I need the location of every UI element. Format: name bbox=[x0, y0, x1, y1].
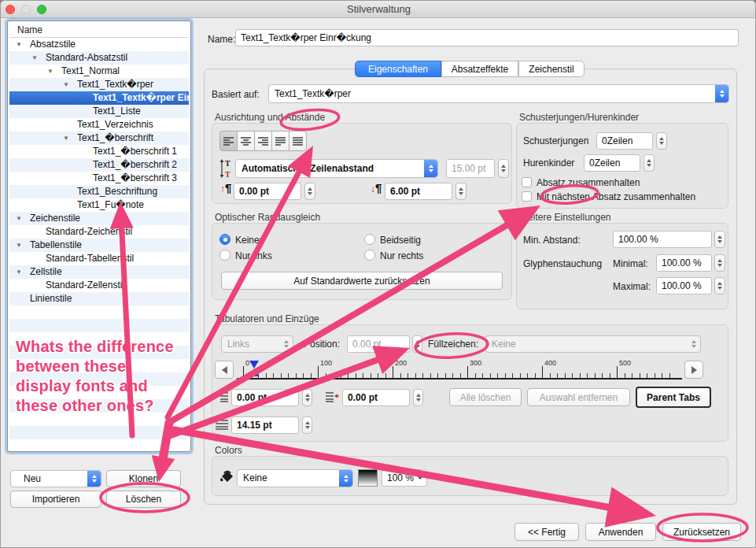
import-button[interactable]: Importieren bbox=[10, 491, 101, 508]
orphans-stepper[interactable] bbox=[656, 132, 667, 150]
list-item[interactable]: Text1_�berschrift 2 bbox=[9, 158, 189, 172]
list-item[interactable]: ▼Text1_Normal bbox=[9, 65, 189, 78]
right-indent-stepper[interactable] bbox=[413, 389, 423, 406]
keep-together-label: Absatz zusammenhalten bbox=[537, 177, 640, 188]
line-spacing-pt-stepper[interactable] bbox=[498, 159, 509, 178]
radio-nur-rechts[interactable] bbox=[364, 250, 375, 261]
list-item[interactable]: ▼Text1_�berschrift bbox=[9, 131, 189, 145]
based-on-popup[interactable]: Text1_Textk�rper bbox=[268, 84, 729, 103]
disclosure-triangle-icon[interactable]: ▼ bbox=[63, 131, 69, 145]
disclosure-triangle-icon[interactable]: ▼ bbox=[31, 51, 38, 65]
list-item[interactable]: Text1_�berschrift 3 bbox=[9, 172, 189, 185]
widows-stepper[interactable] bbox=[644, 154, 655, 172]
ruler-scroll-right-button[interactable] bbox=[684, 361, 703, 379]
keep-together-checkbox[interactable] bbox=[522, 177, 532, 187]
orphans-field[interactable]: 0Zeilen bbox=[596, 132, 653, 150]
tab-eigenschaften[interactable]: Eigenschaften bbox=[355, 61, 441, 77]
list-item[interactable]: ▼Text1_Textk�rper bbox=[9, 78, 189, 91]
disclosure-triangle-icon[interactable]: ▼ bbox=[16, 265, 22, 279]
align-right-icon bbox=[257, 136, 269, 146]
list-item[interactable]: Text1_�berschrift 1 bbox=[9, 145, 189, 158]
list-item[interactable]: Text1_Textk�rper Einr�ckung bbox=[9, 91, 189, 105]
keep-with-next-checkbox[interactable] bbox=[522, 191, 532, 202]
list-item[interactable]: Linienstile bbox=[9, 292, 189, 305]
parent-tabs-button[interactable]: Parent Tabs bbox=[636, 387, 711, 408]
align-center-button[interactable] bbox=[237, 131, 255, 151]
list-item[interactable]: ▼Standard-Absatzstil bbox=[9, 51, 189, 65]
left-indent-stepper[interactable] bbox=[302, 389, 312, 406]
disclosure-triangle-icon[interactable]: ▼ bbox=[16, 239, 22, 252]
style-list-header[interactable]: Name bbox=[9, 23, 189, 38]
disclosure-triangle-icon[interactable]: ▼ bbox=[16, 38, 22, 51]
radio-keiner[interactable] bbox=[219, 234, 230, 245]
reset-defaults-button[interactable]: Auf Standardwerte zurücksetzen bbox=[221, 272, 503, 290]
space-before-stepper[interactable] bbox=[304, 183, 315, 200]
list-item-label: Text1_Beschriftung bbox=[77, 185, 157, 198]
space-before-field[interactable]: 0.00 pt bbox=[234, 183, 301, 200]
remove-selection-button[interactable]: Auswahl entfernen bbox=[527, 388, 630, 406]
popup-chevrons-icon bbox=[424, 160, 437, 177]
alignment-segmented-control bbox=[219, 131, 307, 151]
list-item[interactable]: ▼Zellstile bbox=[9, 265, 189, 279]
space-after-field[interactable]: 6.00 pt bbox=[385, 183, 452, 200]
list-item[interactable]: Text1_Fu�note bbox=[9, 198, 189, 212]
space-after-stepper[interactable] bbox=[455, 183, 467, 200]
maximal-stepper[interactable] bbox=[714, 277, 725, 294]
tab-zeichenstil[interactable]: Zeichenstil bbox=[518, 61, 585, 77]
color-popup[interactable]: Keine bbox=[237, 469, 353, 487]
tab-absatzeffekte[interactable]: Absatzeffekte bbox=[441, 61, 518, 77]
list-item[interactable]: ▼Zeichenstile bbox=[9, 212, 189, 225]
list-item[interactable]: Standard-Zeichenstil bbox=[9, 225, 189, 239]
line-spacing-popup[interactable]: Automatischer Zeilenabstand bbox=[235, 159, 438, 178]
maximal-field[interactable]: 100.00 % bbox=[656, 277, 712, 294]
alignment-section-title: Ausrichtung und Abstände bbox=[215, 112, 325, 123]
widows-field[interactable]: 0Zeilen bbox=[584, 154, 640, 172]
align-justify-button[interactable] bbox=[271, 131, 289, 151]
list-item[interactable]: Standard-Tabellenstil bbox=[9, 252, 189, 265]
fill-char-popup[interactable]: Keine bbox=[485, 335, 701, 353]
reset-button[interactable]: Zurücksetzen bbox=[662, 523, 741, 541]
apply-button[interactable]: Anwenden bbox=[585, 523, 656, 541]
align-left-button[interactable] bbox=[219, 131, 238, 151]
list-item[interactable]: ▼Tabellenstile bbox=[9, 239, 189, 252]
clear-all-tabs-button[interactable]: Alle löschen bbox=[449, 388, 522, 406]
list-item-label: Text1_�berschrift 3 bbox=[93, 172, 177, 185]
position-stepper[interactable] bbox=[412, 335, 422, 353]
disclosure-triangle-icon[interactable]: ▼ bbox=[63, 78, 69, 91]
align-force-justify-button[interactable] bbox=[289, 131, 307, 151]
radio-beidseitig[interactable] bbox=[364, 234, 375, 245]
ruler-scroll-left-button[interactable] bbox=[215, 361, 234, 379]
minimal-stepper[interactable] bbox=[714, 254, 725, 272]
first-line-indent-field[interactable]: 14.15 pt bbox=[231, 417, 299, 434]
align-right-button[interactable] bbox=[254, 131, 272, 151]
ruler-tick bbox=[356, 373, 356, 378]
min-spacing-stepper[interactable] bbox=[714, 231, 725, 248]
done-button[interactable]: << Fertig bbox=[514, 523, 579, 541]
radio-nur-links[interactable] bbox=[219, 250, 230, 261]
orphans-label: Schusterjungen bbox=[523, 135, 588, 146]
delete-button[interactable]: Löschen bbox=[106, 491, 181, 508]
left-arrow-icon bbox=[222, 366, 227, 374]
tab-type-popup[interactable]: Links bbox=[221, 335, 293, 353]
first-line-indent-marker[interactable] bbox=[249, 361, 259, 368]
list-item[interactable]: ▼Absatzstile bbox=[9, 38, 189, 51]
first-line-indent-stepper[interactable] bbox=[302, 417, 312, 434]
disclosure-triangle-icon[interactable]: ▼ bbox=[16, 212, 22, 225]
min-spacing-field[interactable]: 100.00 % bbox=[613, 231, 712, 248]
list-item[interactable]: Text1_Liste bbox=[9, 105, 189, 118]
list-item[interactable]: Text1_Verzeichnis bbox=[9, 118, 189, 131]
line-spacing-pt-field[interactable]: 15.00 pt bbox=[446, 159, 495, 178]
name-input[interactable] bbox=[235, 29, 739, 46]
tab-ruler[interactable]: 0100200300400500 bbox=[237, 359, 682, 380]
left-indent-field[interactable]: 0.00 pt bbox=[231, 389, 299, 406]
new-style-popup[interactable]: Neu bbox=[10, 470, 101, 487]
minimal-field[interactable]: 100.00 % bbox=[656, 254, 712, 272]
right-indent-field[interactable]: 0.00 pt bbox=[342, 389, 410, 406]
clone-button[interactable]: Klonen bbox=[106, 470, 181, 487]
position-field[interactable]: 0.00 pt bbox=[347, 335, 410, 353]
list-item[interactable]: Standard-Zellenstil bbox=[9, 279, 189, 292]
list-item[interactable]: Text1_Beschriftung bbox=[9, 185, 189, 198]
disclosure-triangle-icon[interactable]: ▼ bbox=[47, 65, 53, 78]
gradient-swatch[interactable] bbox=[358, 469, 378, 487]
opacity-combo[interactable]: 100 % bbox=[382, 469, 427, 487]
